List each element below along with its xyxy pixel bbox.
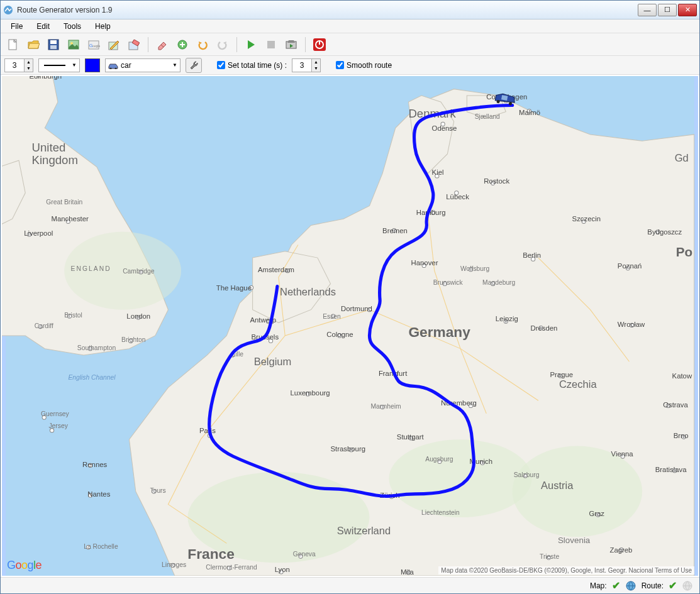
vehicle-button[interactable] (125, 36, 143, 53)
svg-text:Bremen: Bremen (382, 227, 408, 234)
undo-icon (196, 38, 209, 51)
menu-help[interactable]: Help (89, 21, 117, 32)
spin-up[interactable]: ▲ (312, 59, 320, 65)
title-text: Route Generator version 1.9 (17, 6, 638, 14)
spin-down[interactable]: ▼ (312, 65, 320, 72)
toolbar-separator (148, 37, 148, 52)
svg-text:Kiel: Kiel (432, 168, 444, 176)
line-width-spinner[interactable]: ▲▼ (4, 58, 33, 72)
svg-text:Tours: Tours (150, 487, 166, 494)
line-color-swatch[interactable] (85, 58, 100, 72)
svg-rect-3 (50, 40, 57, 44)
svg-text:Southampton: Southampton (77, 344, 116, 351)
map-canvas[interactable]: United Kingdom ENGLAND Denmark Netherlan… (2, 76, 698, 576)
minimize-button[interactable]: — (638, 4, 657, 16)
stop-red-button[interactable] (311, 36, 328, 53)
save-file-button[interactable] (45, 36, 62, 53)
svg-text:Vienna: Vienna (611, 450, 634, 458)
movie-icon (285, 38, 297, 51)
svg-text:Essen: Essen (323, 313, 341, 320)
statusbar: Map: ✔ Route: ✔ (1, 577, 699, 593)
line-width-input[interactable] (5, 59, 24, 72)
power-icon (313, 38, 326, 52)
close-button[interactable]: ✕ (678, 4, 697, 16)
svg-text:Kingdom: Kingdom (32, 153, 78, 167)
svg-text:Magdeburg: Magdeburg (482, 279, 515, 286)
car-icon (108, 62, 118, 69)
set-total-time-input[interactable] (217, 61, 225, 69)
map-attribution[interactable]: Map data ©2020 GeoBasis-DE/BKG (©2009), … (438, 566, 694, 575)
svg-text:Switzerland: Switzerland (337, 525, 391, 536)
svg-point-0 (4, 6, 13, 14)
open-file-button[interactable] (25, 36, 42, 53)
spin-down[interactable]: ▼ (25, 65, 33, 72)
svg-text:Amsterdam: Amsterdam (258, 266, 294, 273)
svg-text:Czechia: Czechia (559, 378, 597, 390)
add-point-button[interactable] (174, 36, 191, 53)
svg-text:Bydgoszcz: Bydgoszcz (647, 228, 682, 236)
svg-text:Austria: Austria (541, 480, 574, 491)
spin-up[interactable]: ▲ (25, 59, 33, 65)
svg-text:Augsburg: Augsburg (425, 456, 453, 463)
svg-text:Luxembourg: Luxembourg (291, 389, 330, 397)
draw-route-button[interactable] (105, 36, 123, 53)
generate-movie-button[interactable] (282, 36, 300, 53)
svg-text:Liverpool: Liverpool (24, 229, 53, 237)
toolbar-separator (236, 37, 237, 52)
menu-tools[interactable]: Tools (57, 21, 87, 32)
svg-text:Netherlands: Netherlands (280, 286, 336, 297)
svg-text:Dortmund: Dortmund (341, 305, 372, 312)
app-icon (3, 5, 13, 15)
svg-text:oogle: oogle (92, 44, 100, 48)
svg-text:Poznań: Poznań (618, 262, 642, 270)
pencil-map-icon (108, 38, 120, 51)
maximize-button[interactable]: ☐ (658, 4, 677, 16)
svg-rect-14 (267, 41, 275, 48)
save-icon (47, 38, 60, 51)
svg-text:Germany: Germany (408, 324, 470, 340)
vehicle-combo-label: car (121, 61, 131, 70)
line-style-combo[interactable]: ▼ (38, 58, 80, 72)
svg-text:Stuttgart: Stuttgart (397, 433, 425, 441)
svg-text:United: United (32, 141, 66, 154)
svg-text:Cologne: Cologne (326, 331, 353, 338)
svg-text:Trieste: Trieste (540, 553, 559, 560)
svg-rect-4 (50, 45, 57, 49)
svg-text:Wolfsburg: Wolfsburg (460, 265, 489, 272)
vehicle-combo[interactable]: car ▼ (105, 58, 181, 72)
play-button[interactable] (242, 36, 260, 53)
svg-text:Strasbourg: Strasbourg (331, 445, 365, 453)
svg-text:La Rochelle: La Rochelle (84, 543, 118, 550)
smooth-route-input[interactable] (336, 61, 344, 69)
globe-disabled-icon (682, 580, 693, 591)
record-icon (265, 38, 277, 51)
toolbar-separator (305, 37, 306, 52)
globe-icon[interactable] (625, 580, 636, 591)
record-button[interactable] (262, 36, 280, 53)
vehicle-settings-button[interactable] (186, 58, 202, 73)
google-maps-icon: Google (87, 38, 100, 51)
play-icon (245, 38, 257, 51)
svg-text:Rostock: Rostock (484, 177, 509, 185)
svg-text:Rennes: Rennes (82, 461, 107, 468)
total-time-input[interactable] (292, 59, 311, 72)
svg-text:Po: Po (676, 245, 692, 259)
menu-edit[interactable]: Edit (30, 21, 56, 32)
import-image-icon (67, 38, 80, 51)
svg-text:Geneva: Geneva (293, 551, 316, 558)
set-total-time-checkbox[interactable]: Set total time (s) : (217, 61, 287, 70)
svg-text:Brno: Brno (674, 432, 689, 439)
total-time-spinner[interactable]: ▲▼ (292, 58, 321, 72)
svg-text:Leipzig: Leipzig (496, 315, 518, 322)
new-file-button[interactable] (4, 36, 22, 53)
google-maps-button[interactable]: Google (85, 36, 103, 53)
svg-text:Mannheim: Mannheim (371, 403, 401, 410)
undo-button[interactable] (194, 36, 211, 53)
eraser-button[interactable] (153, 36, 171, 53)
svg-text:Brunswick: Brunswick (433, 279, 464, 286)
smooth-route-checkbox[interactable]: Smooth route (336, 61, 392, 70)
svg-text:Bristol: Bristol (64, 312, 82, 319)
menu-file[interactable]: File (4, 21, 29, 32)
redo-button[interactable] (214, 36, 231, 53)
import-image-button[interactable] (65, 36, 82, 53)
